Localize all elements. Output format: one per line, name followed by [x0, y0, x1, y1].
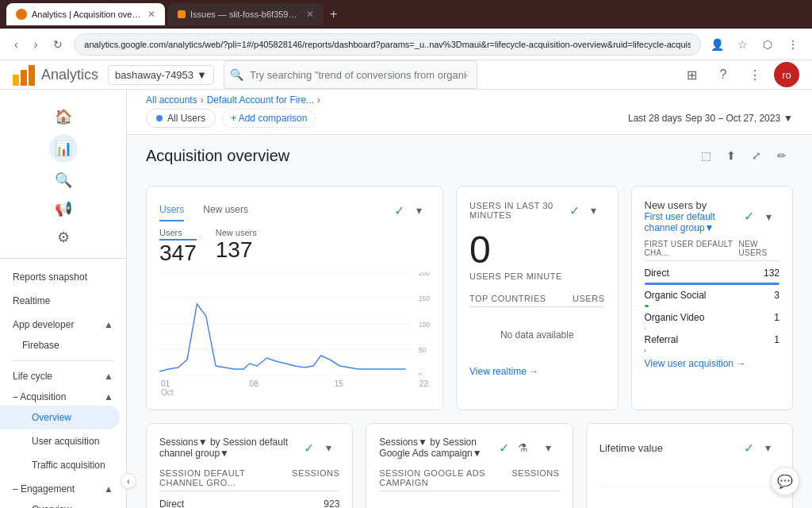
filters-left: All Users + Add comparison	[146, 109, 316, 128]
realtime-card: USERS IN LAST 30 MINUTES ✓ ▾ 0 USERS PER…	[456, 186, 619, 410]
refresh-button[interactable]: ↻	[48, 35, 67, 54]
svg-text:200: 200	[419, 272, 430, 277]
realtime-more-btn[interactable]: ▾	[583, 199, 605, 221]
menu-icon[interactable]: ⋮	[783, 35, 802, 54]
view-user-acquisition-link[interactable]: View user acquisition →	[645, 358, 780, 369]
lifetime-ok-icon: ✓	[744, 441, 754, 456]
lifetime-more-btn[interactable]: ▾	[757, 437, 779, 459]
compare-button[interactable]: ⤢	[745, 144, 768, 167]
sidebar-item-reports-snapshot[interactable]: Reports snapshot	[0, 265, 120, 289]
lifetime-chart	[599, 465, 779, 508]
sidebar-section-engagement[interactable]: – Engagement ▲	[0, 477, 126, 498]
sc-direct-val: 923	[324, 498, 339, 508]
page-title-area: Acquisition overview ⬚ ⬆ ⤢ ✏	[127, 135, 812, 173]
sidebar-section-lifecycle[interactable]: Life cycle ▲	[0, 364, 126, 385]
sa-col2: SESSIONS	[511, 468, 559, 487]
sidebar-item-user-acquisition[interactable]: User acquisition	[0, 429, 120, 453]
tab-close-btn[interactable]: ✕	[147, 9, 155, 20]
sc-row-direct: Direct 923	[159, 495, 339, 508]
topbar: Analytics bashaway-74953 ▼ 🔍 ⊞ ? ⋮ ro	[0, 60, 812, 90]
new-users-item-referral: Referral 1	[645, 331, 780, 348]
more-options-icon[interactable]: ⋮	[742, 62, 768, 87]
configure-icon[interactable]: ⚙	[49, 223, 78, 252]
users-metrics-values: Users 347 New users 137	[159, 228, 430, 266]
home-icon[interactable]: 🏠	[49, 102, 78, 131]
all-users-label: All Users	[167, 113, 205, 124]
realtime-actions: ✓ ▾	[569, 199, 605, 221]
view-realtime-link[interactable]: View realtime →	[469, 366, 605, 377]
add-comparison-button[interactable]: + Add comparison	[222, 109, 316, 128]
tab2-favicon	[178, 10, 186, 18]
forward-button[interactable]: ›	[29, 35, 43, 54]
all-users-filter[interactable]: All Users	[146, 109, 216, 128]
share-button[interactable]: ⬆	[720, 144, 742, 167]
sidebar-label-user-acquisition: User acquisition	[32, 436, 99, 447]
profile-icon[interactable]: 👤	[707, 35, 726, 54]
sa-col1: SESSION GOOGLE ADS CAMPAIGN	[379, 468, 511, 487]
sidebar-item-realtime[interactable]: Realtime	[0, 289, 120, 313]
extension-icon[interactable]: ⬡	[758, 35, 777, 54]
edit-button[interactable]: ✏	[771, 144, 793, 167]
help-icon[interactable]: ?	[710, 62, 736, 87]
x-label-4: 22	[419, 379, 428, 397]
back-button[interactable]: ‹	[10, 35, 23, 54]
sessions-channel-table-header: SESSION DEFAULT CHANNEL GRO... SESSIONS	[159, 465, 339, 491]
tab-users[interactable]: Users	[159, 199, 184, 221]
new-users-title-group: New users by First user default channel …	[645, 199, 745, 233]
new-users-item-direct: Direct 132	[645, 264, 780, 282]
sidebar-label-engagement: – Engagement	[13, 483, 75, 495]
search-input[interactable]	[224, 60, 477, 89]
star-icon[interactable]: ☆	[733, 35, 752, 54]
video-bar	[645, 327, 646, 329]
tab2-close-btn[interactable]: ✕	[306, 9, 314, 20]
date-range-value: Sep 30 – Oct 27, 2023	[685, 113, 780, 124]
sidebar-nav: 🏠 📊 🔍 📢 ⚙ Reports snapshot Realtime App …	[0, 90, 126, 508]
sessions-ads-title: Sessions▼ by Session Google Ads campaign…	[379, 437, 498, 459]
breadcrumb-account-name[interactable]: Default Account for Fire...	[207, 94, 314, 106]
lifetime-title: Lifetime value	[599, 442, 663, 454]
date-range-selector[interactable]: Last 28 days Sep 30 – Oct 27, 2023 ▼	[628, 113, 793, 124]
sessions-ads-header: Sessions▼ by Session Google Ads campaign…	[379, 437, 559, 459]
sessions-ads-filter-btn[interactable]: ⚗	[512, 437, 534, 459]
chevron-up-icon: ▲	[104, 319, 113, 330]
sidebar-section-app-developer[interactable]: App developer ▲	[0, 313, 126, 333]
users-metric-label: Users	[159, 228, 197, 241]
tab-new-users[interactable]: New users	[203, 199, 248, 221]
sidebar-item-engagement-overview[interactable]: Overview	[0, 498, 120, 508]
user-avatar[interactable]: ro	[774, 62, 799, 87]
save-report-button[interactable]: ⬚	[695, 144, 717, 167]
second-tab[interactable]: Issues — slit-foss-b6f3598b... ✕	[168, 3, 324, 25]
account-selector[interactable]: bashaway-74953 ▼	[108, 65, 214, 85]
sidebar-section-acquisition[interactable]: – Acquisition ▲	[0, 385, 126, 406]
sidebar-item-firebase[interactable]: Firebase	[0, 333, 120, 357]
new-users-card: New users by First user default channel …	[631, 186, 794, 410]
users-metric-tabs: Users New users	[159, 199, 248, 221]
breadcrumb-all-accounts[interactable]: All accounts	[146, 94, 197, 106]
direct-bar	[645, 283, 780, 285]
new-users-subtitle[interactable]: First user default channel group▼	[645, 211, 745, 233]
search-wrapper: 🔍	[224, 60, 477, 89]
content-header: All accounts › Default Account for Fire.…	[127, 90, 812, 135]
users-card-more-btn[interactable]: ▾	[408, 199, 430, 221]
advertise-icon[interactable]: 📢	[49, 194, 78, 223]
active-tab[interactable]: Analytics | Acquisition overvi... ✕	[6, 3, 165, 25]
sessions-channel-header: Sessions▼ by Session default channel gro…	[159, 437, 339, 459]
sessions-channel-more-btn[interactable]: ▾	[317, 437, 339, 459]
new-tab-button[interactable]: +	[327, 4, 340, 25]
social-bar	[645, 305, 649, 307]
sidebar-collapse-button[interactable]: ‹	[121, 473, 136, 489]
reports-icon[interactable]: 📊	[49, 134, 78, 163]
sidebar-item-traffic-acquisition[interactable]: Traffic acquisition	[0, 453, 120, 477]
explore-icon[interactable]: 🔍	[49, 166, 78, 194]
new-users-more-btn[interactable]: ▾	[757, 206, 779, 228]
svg-text:0: 0	[419, 371, 423, 375]
sidebar-label-realtime: Realtime	[13, 295, 50, 306]
app-logo: Analytics	[13, 64, 98, 86]
sidebar-item-overview-acquisition[interactable]: Overview	[0, 406, 120, 429]
app-container: Analytics bashaway-74953 ▼ 🔍 ⊞ ? ⋮ ro 🏠 …	[0, 60, 812, 508]
grid-icon[interactable]: ⊞	[679, 62, 704, 87]
sessions-ads-more-btn[interactable]: ▾	[538, 437, 560, 459]
sessions-channel-actions: ✓ ▾	[304, 437, 339, 459]
chat-icon[interactable]: 💬	[771, 467, 799, 495]
url-bar[interactable]	[74, 33, 701, 56]
